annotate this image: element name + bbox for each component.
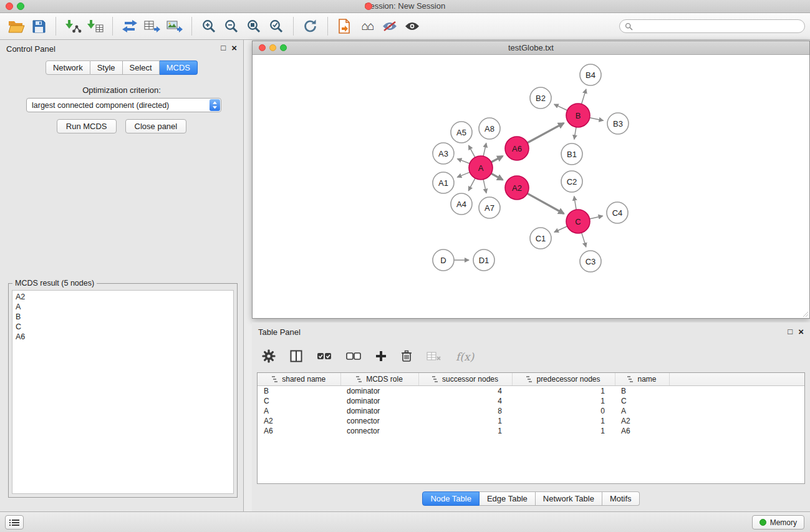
table-cell[interactable]: dominator xyxy=(340,406,418,416)
network-window-titlebar[interactable]: testGlobe.txt xyxy=(253,41,809,55)
column-header-successor-nodes[interactable]: successor nodes xyxy=(418,373,512,385)
node-C2[interactable]: C2 xyxy=(561,171,582,192)
table-cell[interactable]: 1 xyxy=(512,426,615,436)
node-A6[interactable]: A6 xyxy=(505,137,529,160)
tab-network-table[interactable]: Network Table xyxy=(536,491,602,506)
table-cell[interactable]: A2 xyxy=(615,416,669,426)
result-item[interactable]: A2 xyxy=(12,292,233,302)
edge-C-C4[interactable] xyxy=(590,216,603,219)
node-A8[interactable]: A8 xyxy=(479,118,500,139)
node-A2[interactable]: A2 xyxy=(505,176,529,200)
table-cell[interactable]: 1 xyxy=(512,416,615,426)
table-cell[interactable]: C xyxy=(258,396,340,406)
table-cell[interactable]: A2 xyxy=(258,416,340,426)
node-A[interactable]: A xyxy=(469,156,493,180)
show-details-button[interactable] xyxy=(401,16,423,37)
column-header-shared-name[interactable]: shared name xyxy=(258,373,340,385)
edge-A-A5[interactable] xyxy=(469,145,475,157)
network-overview-button[interactable]: ⌂⌂ xyxy=(356,16,378,37)
edge-C-C2[interactable] xyxy=(574,196,576,210)
table-cell[interactable]: dominator xyxy=(340,385,418,396)
result-item[interactable]: A6 xyxy=(12,332,233,342)
zoom-in-button[interactable] xyxy=(198,16,220,37)
minimize-network-window-button[interactable] xyxy=(269,44,276,51)
table-cell[interactable]: A6 xyxy=(615,426,669,436)
table-cell[interactable]: A xyxy=(258,406,340,416)
node-C1[interactable]: C1 xyxy=(530,228,551,249)
table-cell[interactable]: B xyxy=(258,385,340,396)
tab-motifs[interactable]: Motifs xyxy=(602,491,640,506)
float-panel-icon[interactable]: □ xyxy=(221,43,226,53)
edge-A-A8[interactable] xyxy=(483,143,486,156)
table-cell[interactable]: 8 xyxy=(418,406,512,416)
close-window-button[interactable] xyxy=(6,2,13,10)
node-A3[interactable]: A3 xyxy=(433,143,454,164)
table-cell[interactable]: A6 xyxy=(258,426,340,436)
edge-B-B4[interactable] xyxy=(582,89,586,104)
node-B4[interactable]: B4 xyxy=(580,64,601,85)
zoom-selected-button[interactable] xyxy=(265,16,287,37)
column-header-MCDS-role[interactable]: MCDS role xyxy=(340,373,418,385)
close-panel-icon[interactable]: × xyxy=(231,43,237,53)
table-cell[interactable]: dominator xyxy=(340,396,418,406)
network-graph[interactable]: B4B2BB3A5A8A6B1A3AC2A1A2A4A7CC4C1C3DD1 xyxy=(253,55,809,318)
resize-grip[interactable] xyxy=(801,310,809,317)
show-task-history-button[interactable] xyxy=(5,515,24,530)
table-row[interactable]: A6connector11A6 xyxy=(258,426,804,436)
save-session-button[interactable] xyxy=(27,16,50,37)
node-A1[interactable]: A1 xyxy=(433,172,454,193)
show-columns-button[interactable] xyxy=(290,350,302,364)
apply-layout-button[interactable] xyxy=(299,16,322,37)
edge-C-C3[interactable] xyxy=(582,233,586,247)
import-table-button[interactable] xyxy=(84,16,107,37)
close-panel-button[interactable]: Close panel xyxy=(125,119,187,133)
table-cell[interactable]: 1 xyxy=(512,385,615,396)
zoom-out-button[interactable] xyxy=(220,16,243,37)
float-table-panel-icon[interactable]: □ xyxy=(788,327,793,337)
delete-column-button[interactable] xyxy=(401,350,412,364)
search-box[interactable] xyxy=(619,19,805,33)
table-settings-button[interactable] xyxy=(262,349,276,365)
table-row[interactable]: Cdominator41C xyxy=(258,396,804,406)
edge-B-B3[interactable] xyxy=(590,118,604,120)
table-cell[interactable]: 4 xyxy=(418,396,512,406)
document-button[interactable] xyxy=(334,16,356,37)
column-header-name[interactable]: name xyxy=(615,373,669,385)
node-A7[interactable]: A7 xyxy=(479,197,500,218)
edge-A2-C[interactable] xyxy=(528,193,564,213)
tab-mcds[interactable]: MCDS xyxy=(160,60,198,75)
table-row[interactable]: Adominator80A xyxy=(258,406,804,416)
result-item[interactable]: B xyxy=(12,312,233,322)
titlebar[interactable]: Session: New Session xyxy=(0,0,810,13)
edge-B-B2[interactable] xyxy=(554,104,567,110)
export-table-button[interactable] xyxy=(141,16,163,37)
table-cell[interactable]: connector xyxy=(340,416,418,426)
node-B[interactable]: B xyxy=(566,104,590,127)
network-canvas[interactable]: B4B2BB3A5A8A6B1A3AC2A1A2A4A7CC4C1C3DD1 xyxy=(253,55,809,318)
edge-A6-B[interactable] xyxy=(528,123,564,143)
table-cell[interactable]: 0 xyxy=(512,406,615,416)
table-cell[interactable]: B xyxy=(615,385,669,396)
swap-arrows-button[interactable] xyxy=(118,16,141,37)
edge-C-C1[interactable] xyxy=(554,226,567,232)
export-image-button[interactable] xyxy=(163,16,186,37)
deselect-all-button[interactable] xyxy=(346,352,361,362)
node-C[interactable]: C xyxy=(566,210,590,233)
optimization-criterion-select[interactable]: largest connected component (directed) xyxy=(26,98,221,112)
node-D1[interactable]: D1 xyxy=(473,249,494,271)
run-mcds-button[interactable]: Run MCDS xyxy=(57,119,117,133)
edge-B-B1[interactable] xyxy=(574,127,576,140)
table-cell[interactable]: connector xyxy=(340,426,418,436)
node-A4[interactable]: A4 xyxy=(451,193,472,215)
table-row[interactable]: A2connector11A2 xyxy=(258,416,804,426)
close-network-window-button[interactable] xyxy=(259,44,266,51)
add-column-button[interactable] xyxy=(375,351,387,364)
table-cell[interactable]: C xyxy=(615,396,669,406)
node-C4[interactable]: C4 xyxy=(607,202,628,223)
result-item[interactable]: A xyxy=(12,302,233,312)
node-B2[interactable]: B2 xyxy=(530,87,551,109)
node-B3[interactable]: B3 xyxy=(607,113,629,134)
function-builder-button[interactable]: f(x) xyxy=(456,351,474,363)
result-item[interactable]: C xyxy=(12,322,233,332)
tab-network[interactable]: Network xyxy=(46,60,90,75)
